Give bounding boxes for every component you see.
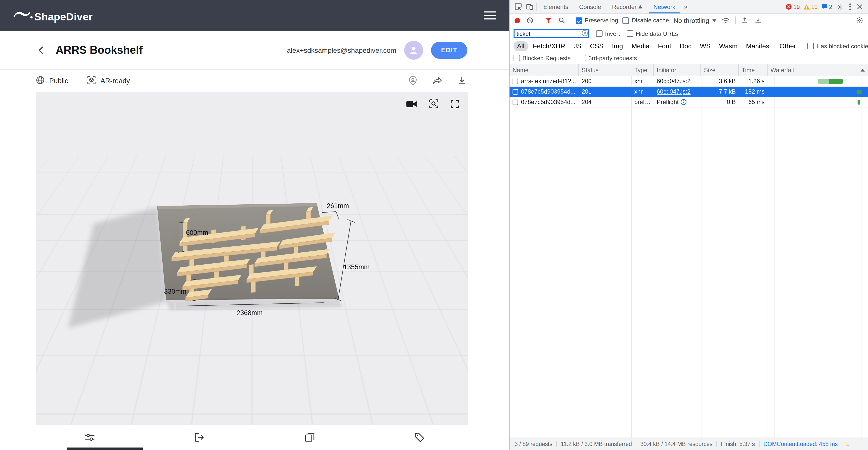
chip-media[interactable]: Media: [628, 41, 653, 51]
column-header-type[interactable]: Type: [631, 64, 654, 76]
chip-other[interactable]: Other: [776, 41, 800, 51]
viewer-3d[interactable]: 600mm 330mm 1355mm 2368mm 261mm: [36, 92, 468, 425]
sort-ascending-icon: [861, 68, 865, 72]
network-settings-icon[interactable]: [855, 16, 864, 25]
screenshot-root: ShapeDiver ARRS Bookshelf alex+sdksample…: [0, 0, 868, 450]
column-header-status[interactable]: Status: [579, 64, 631, 76]
preserve-log-checkbox[interactable]: Preserve log: [576, 17, 618, 24]
table-row[interactable]: arrs-texturized-81?... 200 xhr 60cd047.j…: [509, 76, 868, 87]
model-header: ARRS Bookshelf alex+sdksamples@shapedive…: [0, 31, 509, 69]
request-checkbox[interactable]: [513, 78, 518, 84]
throttling-select[interactable]: No throttling: [674, 17, 716, 24]
chip-ws[interactable]: WS: [696, 41, 714, 51]
dimension-label-330: 330mm: [164, 288, 186, 295]
table-row[interactable]: 078e7c5d903954d... 204 preflight Preflig…: [509, 97, 868, 108]
preflight-info-icon[interactable]: [681, 99, 686, 105]
resources-size: 30.4 kB / 14.4 MB resources: [636, 441, 716, 447]
warning-icon: [803, 4, 810, 10]
chip-doc[interactable]: Doc: [676, 41, 695, 51]
issues-icon: [821, 3, 828, 10]
column-header-time[interactable]: Time: [739, 64, 768, 76]
scan-zoom-icon[interactable]: [428, 98, 439, 110]
shapediver-app: ShapeDiver ARRS Bookshelf alex+sdksample…: [0, 0, 509, 450]
kebab-menu-icon[interactable]: [848, 2, 852, 11]
request-checkbox[interactable]: [513, 89, 518, 94]
network-status-bar: 3 / 89 requests 11.2 kB / 3.0 MB transfe…: [509, 438, 868, 450]
tab-console[interactable]: Console: [575, 0, 606, 13]
invert-checkbox[interactable]: Invert: [596, 30, 620, 37]
download-icon[interactable]: [456, 75, 467, 86]
chip-img[interactable]: Img: [609, 41, 626, 51]
chip-js[interactable]: JS: [570, 41, 585, 51]
hide-data-urls-checkbox[interactable]: Hide data URLs: [627, 30, 678, 37]
disable-cache-checkbox[interactable]: Disable cache: [623, 17, 669, 24]
network-conditions-icon[interactable]: [721, 16, 731, 25]
viewport-tools: [405, 98, 460, 110]
more-tabs-icon[interactable]: »: [682, 3, 689, 10]
column-header-waterfall[interactable]: Waterfall: [768, 64, 868, 76]
back-icon[interactable]: [38, 46, 44, 55]
ar-ready-item[interactable]: AR-ready: [87, 76, 130, 86]
tab-recorder[interactable]: Recorder: [608, 0, 647, 13]
filter-input[interactable]: [514, 29, 589, 38]
clear-icon[interactable]: [525, 16, 534, 25]
globe-icon: [36, 76, 45, 86]
dimension-label-261: 261mm: [327, 202, 349, 209]
chip-fetch-xhr[interactable]: Fetch/XHR: [529, 41, 569, 51]
issues-badge[interactable]: 2: [821, 3, 832, 10]
record-icon[interactable]: [514, 17, 521, 24]
filter-icon[interactable]: [544, 16, 553, 25]
requests-table-body: arrs-texturized-81?... 200 xhr 60cd047.j…: [509, 76, 868, 438]
request-type-chips: All Fetch/XHR JS CSS Img Media Font Doc …: [509, 40, 868, 52]
active-tab-indicator: [67, 448, 143, 450]
tab-elements[interactable]: Elements: [539, 0, 573, 13]
column-header-initiator[interactable]: Initiator: [654, 64, 701, 76]
inspect-element-icon[interactable]: [514, 2, 523, 11]
account-email: alex+sdksamples@shapediver.com: [287, 46, 396, 54]
request-checkbox[interactable]: [513, 99, 518, 105]
load-event-line: [803, 76, 803, 438]
chip-css[interactable]: CSS: [586, 41, 607, 51]
has-blocked-cookies-checkbox[interactable]: Has blocked cookies: [808, 43, 868, 50]
column-header-name[interactable]: Name: [509, 64, 579, 76]
chip-all[interactable]: All: [514, 41, 528, 51]
device-toolbar-icon[interactable]: [525, 2, 534, 11]
chip-wasm[interactable]: Wasm: [716, 41, 741, 51]
fullscreen-icon[interactable]: [450, 98, 460, 109]
model-pin-icon[interactable]: [407, 75, 418, 87]
chip-font[interactable]: Font: [654, 41, 675, 51]
ar-ready-label: AR-ready: [100, 77, 130, 85]
error-badge[interactable]: 19: [785, 3, 800, 10]
ar-cube-icon: [87, 76, 96, 86]
share-icon[interactable]: [432, 75, 443, 86]
avatar[interactable]: [404, 40, 423, 59]
warning-badge[interactable]: 10: [803, 4, 818, 10]
initiator-link[interactable]: 60cd047.js:2: [657, 88, 690, 95]
shapediver-logo[interactable]: ShapeDiver: [13, 9, 93, 22]
recorder-badge-icon: [639, 5, 643, 8]
parameters-sliders-icon[interactable]: [35, 433, 145, 442]
chip-manifest[interactable]: Manifest: [742, 41, 775, 51]
export-icon[interactable]: [145, 432, 254, 442]
clear-filter-icon[interactable]: [582, 30, 588, 36]
dimension-label-600: 600mm: [186, 229, 208, 236]
third-party-checkbox[interactable]: 3rd-party requests: [580, 55, 637, 61]
column-header-size[interactable]: Size: [701, 64, 739, 76]
import-har-icon[interactable]: [740, 16, 749, 25]
table-row-selected[interactable]: 078e7c5d903954d... 201 xhr 60cd047.js:2 …: [509, 87, 868, 97]
menu-icon[interactable]: [483, 11, 496, 20]
catalog-icon[interactable]: [254, 432, 364, 442]
initiator-link[interactable]: 60cd047.js:2: [657, 78, 690, 85]
tab-network[interactable]: Network: [649, 0, 680, 13]
tags-icon[interactable]: [364, 432, 474, 442]
edit-button[interactable]: EDIT: [431, 41, 467, 58]
close-devtools-icon[interactable]: [856, 2, 864, 11]
export-har-icon[interactable]: [753, 16, 762, 25]
filter-row: Invert Hide data URLs: [509, 27, 868, 40]
model-toolbar: Public AR-ready: [0, 69, 509, 92]
video-capture-icon[interactable]: [405, 99, 418, 109]
devtools-settings-icon[interactable]: [836, 2, 845, 11]
blocked-requests-checkbox[interactable]: Blocked Requests: [514, 55, 570, 61]
visibility-item[interactable]: Public: [36, 76, 68, 86]
search-icon[interactable]: [557, 16, 566, 25]
